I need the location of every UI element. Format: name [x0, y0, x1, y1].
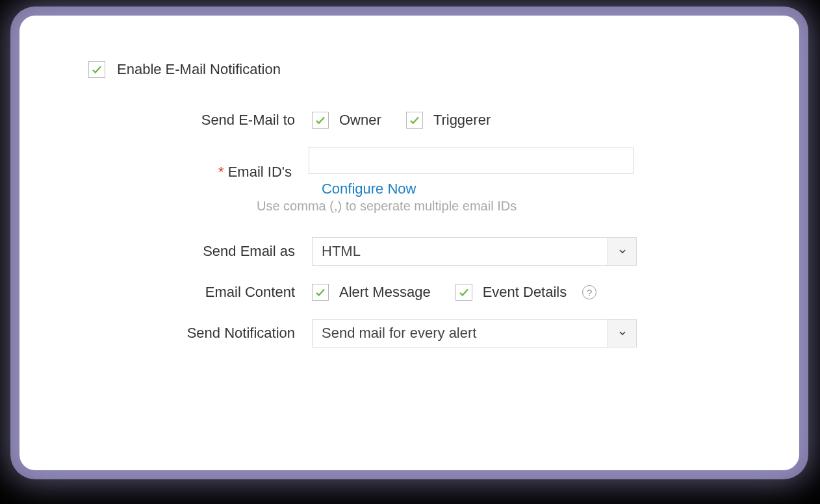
send-as-value: HTML [313, 238, 608, 265]
owner-checkbox[interactable] [312, 112, 329, 129]
triggerer-checkbox[interactable] [406, 112, 423, 129]
enable-checkbox[interactable] [88, 61, 105, 78]
alert-message-checkbox[interactable] [312, 284, 329, 301]
send-to-row: Send E-Mail to Owner Triggerer [84, 112, 741, 129]
chevron-down-icon [617, 246, 628, 257]
check-icon [409, 114, 420, 126]
help-icon[interactable]: ? [582, 285, 596, 299]
configure-now-link[interactable]: Configure Now [322, 181, 416, 197]
email-ids-input[interactable] [309, 147, 634, 174]
triggerer-label: Triggerer [433, 112, 491, 129]
send-notification-select[interactable]: Send mail for every alert [312, 319, 637, 347]
enable-label: Enable E-Mail Notification [117, 61, 281, 78]
email-content-row: Email Content Alert Message Event Detail… [84, 284, 741, 301]
send-to-label: Send E-Mail to [84, 112, 312, 129]
check-icon [314, 114, 326, 126]
send-notification-label: Send Notification [84, 325, 312, 342]
email-ids-label: *Email ID's [84, 164, 309, 181]
send-notification-value: Send mail for every alert [313, 320, 608, 347]
check-icon [91, 64, 103, 75]
alert-message-label: Alert Message [339, 284, 431, 301]
email-content-label: Email Content [84, 284, 312, 301]
email-ids-row: *Email ID's Configure Now [84, 147, 741, 197]
send-as-dropdown-button[interactable] [608, 238, 636, 265]
enable-row: Enable E-Mail Notification [88, 61, 741, 78]
chevron-down-icon [617, 328, 628, 338]
send-as-row: Send Email as HTML [84, 237, 741, 266]
send-notification-dropdown-button[interactable] [608, 320, 636, 347]
required-mark: * [218, 164, 224, 180]
event-details-checkbox[interactable] [455, 284, 472, 301]
check-icon [314, 286, 326, 298]
send-notification-row: Send Notification Send mail for every al… [84, 319, 741, 347]
send-as-select[interactable]: HTML [312, 237, 637, 266]
event-details-label: Event Details [483, 284, 567, 301]
notification-settings-panel: Enable E-Mail Notification Send E-Mail t… [19, 16, 799, 470]
email-ids-label-text: Email ID's [228, 164, 292, 180]
send-as-label: Send Email as [84, 243, 312, 260]
check-icon [458, 286, 470, 298]
owner-label: Owner [339, 112, 381, 129]
email-ids-helper: Use comma (,) to seperate multiple email… [257, 199, 741, 214]
